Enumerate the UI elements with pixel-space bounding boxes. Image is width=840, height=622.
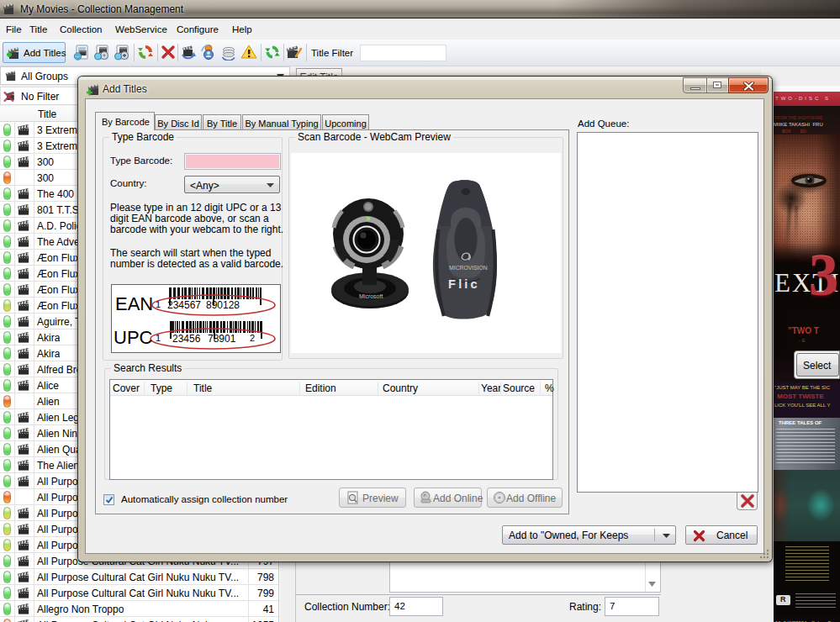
svg-text:MICROVISION: MICROVISION bbox=[449, 265, 488, 271]
svg-text:23456: 23456 bbox=[172, 333, 201, 345]
svg-text:890128: 890128 bbox=[206, 299, 240, 311]
svg-text:234567: 234567 bbox=[167, 299, 201, 311]
svg-text:78901: 78901 bbox=[208, 333, 236, 345]
svg-text:Microsoft: Microsoft bbox=[359, 293, 383, 299]
svg-text:2: 2 bbox=[250, 333, 255, 343]
svg-text:Flic: Flic bbox=[448, 277, 480, 291]
